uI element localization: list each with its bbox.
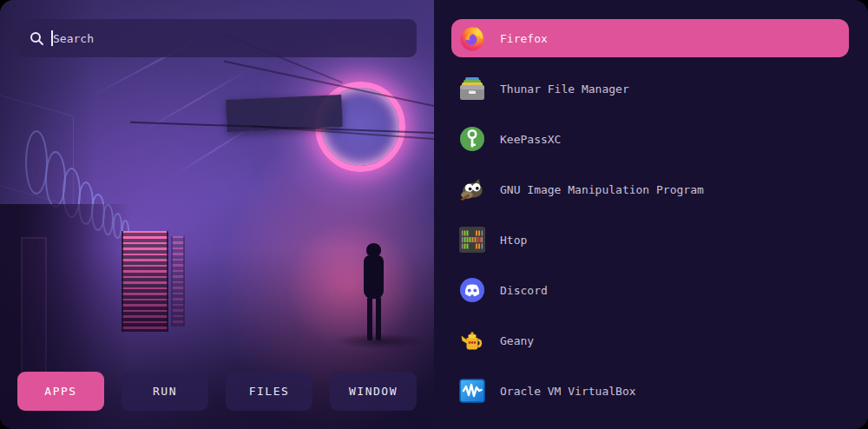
app-row-firefox[interactable]: Firefox: [451, 19, 849, 57]
left-panel: APPS RUN FILES WINDOW: [0, 0, 434, 429]
app-label: KeePassXC: [500, 133, 561, 146]
tab-files[interactable]: FILES: [226, 372, 312, 411]
htop-icon: [458, 226, 486, 254]
app-row-keepassxc[interactable]: KeePassXC: [451, 120, 849, 158]
app-label: Thunar File Manager: [500, 82, 629, 96]
virtualbox-icon: [458, 377, 486, 405]
app-label: Firefox: [500, 32, 548, 45]
discord-icon: [458, 276, 486, 304]
mode-tabs: APPS RUN FILES WINDOW: [17, 372, 417, 411]
thunar-icon: [458, 75, 486, 102]
app-row-htop[interactable]: Htop: [451, 221, 849, 259]
app-row-virtualbox[interactable]: Oracle VM VirtualBox: [451, 372, 849, 410]
search-input[interactable]: [53, 32, 404, 45]
app-label: Geany: [500, 334, 534, 347]
vignette-overlay: [0, 0, 434, 429]
app-row-discord[interactable]: Discord: [451, 271, 849, 309]
app-row-thunar[interactable]: Thunar File Manager: [451, 69, 849, 108]
wallpaper-neon-alley: [0, 0, 434, 429]
app-label: GNU Image Manipulation Program: [500, 183, 704, 196]
app-label: Discord: [500, 284, 548, 297]
keepassxc-icon: [458, 125, 486, 153]
launcher-window: APPS RUN FILES WINDOW Firefox: [0, 0, 868, 429]
app-label: Htop: [500, 234, 527, 247]
tab-window[interactable]: WINDOW: [330, 372, 417, 411]
tab-apps[interactable]: APPS: [17, 372, 104, 411]
search-icon: [30, 31, 44, 46]
geany-icon: [458, 327, 486, 354]
text-caret: [51, 30, 53, 46]
firefox-icon: [458, 24, 486, 52]
search-bar[interactable]: [17, 19, 417, 57]
app-row-geany[interactable]: Geany: [451, 321, 849, 360]
gimp-icon: [458, 175, 486, 203]
app-row-gimp[interactable]: GNU Image Manipulation Program: [451, 170, 849, 208]
app-list: Firefox Thunar File Manager: [434, 0, 868, 429]
tab-run[interactable]: RUN: [122, 372, 208, 411]
app-label: Oracle VM VirtualBox: [500, 385, 636, 398]
